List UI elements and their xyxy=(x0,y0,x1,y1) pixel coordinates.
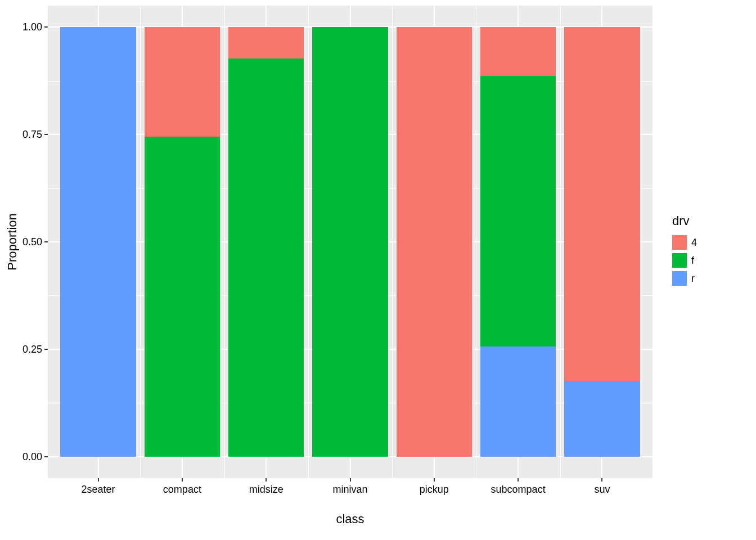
legend-item: r xyxy=(672,271,697,286)
legend-swatch xyxy=(672,235,687,250)
legend-title: drv xyxy=(672,214,697,228)
legend-key xyxy=(672,253,687,268)
x-tick-label: pickup xyxy=(420,478,449,496)
y-tick-label: 0.75 xyxy=(22,129,48,141)
bar-segment xyxy=(228,27,304,58)
y-tick-label: 0.50 xyxy=(22,236,48,248)
bar-segment xyxy=(564,381,640,457)
y-tick-label: 0.25 xyxy=(22,343,48,355)
gridline-vertical-minor xyxy=(224,6,225,478)
x-tick-label: compact xyxy=(163,478,201,496)
y-tick-label: 0.00 xyxy=(22,451,48,462)
y-tick-label: 1.00 xyxy=(22,21,48,33)
bar-segment xyxy=(145,27,220,137)
legend-label: f xyxy=(691,255,694,267)
gridline-vertical-minor xyxy=(476,6,476,478)
x-axis-title: class xyxy=(336,512,364,526)
gridline-vertical-minor xyxy=(560,6,561,478)
legend: drv 4fr xyxy=(672,214,697,289)
legend-item: 4 xyxy=(672,235,697,250)
x-tick-label: suv xyxy=(594,478,610,496)
bar-segment xyxy=(228,58,304,457)
plot-area: 0.000.250.500.751.002seatercompactmidsiz… xyxy=(48,6,652,478)
gridline-vertical-minor xyxy=(392,6,393,478)
bar-segment xyxy=(480,27,556,76)
legend-label: r xyxy=(691,273,695,285)
bar-segment xyxy=(564,27,640,380)
x-tick-label: midsize xyxy=(249,478,284,496)
legend-key xyxy=(672,271,687,286)
bar-segment xyxy=(312,27,388,457)
gridline-vertical-minor xyxy=(140,6,141,478)
gridline-vertical-minor xyxy=(308,6,309,478)
legend-key xyxy=(672,235,687,250)
legend-swatch xyxy=(672,271,687,286)
legend-label: 4 xyxy=(691,237,697,249)
legend-item: f xyxy=(672,253,697,268)
bar-segment xyxy=(397,27,472,457)
x-tick-label: minivan xyxy=(332,478,367,496)
bar-segment xyxy=(480,76,556,346)
bar-segment xyxy=(60,27,136,457)
legend-swatch xyxy=(672,253,687,268)
bar-segment xyxy=(145,137,220,457)
bar-segment xyxy=(480,346,556,457)
x-tick-label: subcompact xyxy=(491,478,546,496)
x-tick-label: 2seater xyxy=(82,478,115,496)
y-axis-title: Proportion xyxy=(5,213,20,271)
chart-container: 0.000.250.500.751.002seatercompactmidsiz… xyxy=(0,0,756,540)
